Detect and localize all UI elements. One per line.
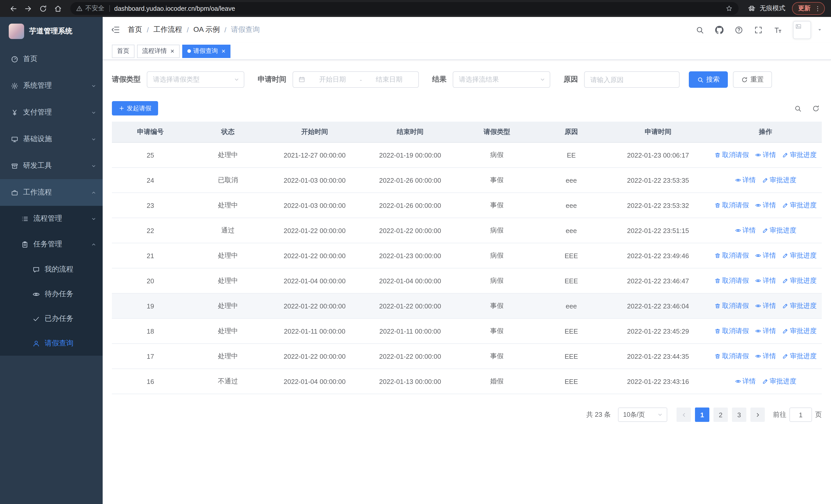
prev-page-button[interactable] <box>677 408 691 422</box>
sidebar-item-my-process[interactable]: 我的流程 <box>0 257 103 282</box>
sidebar-item-dev-tools[interactable]: 研发工具 <box>0 152 103 179</box>
detail-action-link[interactable]: 详情 <box>735 176 756 185</box>
detail-action-link[interactable]: 详情 <box>755 150 776 159</box>
tab-home[interactable]: 首页 <box>112 45 135 58</box>
refresh-table-icon[interactable] <box>812 105 820 112</box>
browser-forward-button[interactable] <box>21 2 35 16</box>
progress-action-link[interactable]: 审批进度 <box>782 251 816 260</box>
font-size-icon[interactable] <box>774 25 782 34</box>
table-row[interactable]: 24已取消2022-01-03 00:00:002022-01-26 00:00… <box>112 168 822 193</box>
menu-dots-icon[interactable] <box>814 5 821 12</box>
tab-process-detail[interactable]: 流程详情× <box>137 45 179 58</box>
page-button-1[interactable]: 1 <box>695 408 709 422</box>
page-button-2[interactable]: 2 <box>713 408 728 422</box>
tab-leave-query[interactable]: 请假查询× <box>182 45 230 58</box>
cancel-action-link[interactable]: 取消请假 <box>715 352 749 361</box>
sidebar-item-infrastructure[interactable]: 基础设施 <box>0 126 103 152</box>
apply-time-range-input[interactable]: 开始日期 - 结束日期 <box>292 71 419 88</box>
toggle-search-icon[interactable] <box>794 105 802 112</box>
sidebar-item-todo-tasks[interactable]: 待办任务 <box>0 282 103 306</box>
address-bar[interactable]: 不安全 dashboard.yudao.iocoder.cn/bpm/oa/le… <box>70 2 739 15</box>
sidebar-item-payment[interactable]: 支付管理 <box>0 99 103 126</box>
browser-reload-button[interactable] <box>36 2 50 16</box>
detail-action-link[interactable]: 详情 <box>755 201 776 210</box>
next-page-button[interactable] <box>750 408 765 422</box>
sidebar-item-workflow[interactable]: 工作流程 <box>0 179 103 206</box>
github-icon[interactable] <box>715 25 724 34</box>
detail-action-link[interactable]: 详情 <box>755 326 776 336</box>
cancel-action-link[interactable]: 取消请假 <box>715 276 749 285</box>
table-row[interactable]: 21处理中2022-01-22 00:00:002022-01-23 00:00… <box>112 243 822 268</box>
table-row[interactable]: 23处理中2022-01-03 00:00:002022-01-26 00:00… <box>112 193 822 218</box>
browser-home-button[interactable] <box>51 2 65 16</box>
breadcrumb-item[interactable]: 首页 <box>128 25 142 34</box>
leave-type-select[interactable]: 请选择请假类型 <box>147 71 244 88</box>
goto-page-input[interactable] <box>790 408 812 422</box>
cell-type: 事假 <box>458 168 536 193</box>
cancel-action-link[interactable]: 取消请假 <box>715 301 749 310</box>
progress-action-link[interactable]: 审批进度 <box>762 226 796 235</box>
sidebar-item-home[interactable]: 首页 <box>0 46 103 72</box>
security-label[interactable]: 不安全 <box>85 4 105 13</box>
search-icon[interactable] <box>695 25 704 34</box>
detail-action-link[interactable]: 详情 <box>735 226 756 235</box>
close-icon[interactable]: × <box>170 48 174 54</box>
progress-action-link[interactable]: 审批进度 <box>782 352 816 361</box>
detail-action-link[interactable]: 详情 <box>755 301 776 310</box>
cancel-action-link[interactable]: 取消请假 <box>715 326 749 336</box>
progress-action-link[interactable]: 审批进度 <box>762 377 796 386</box>
detail-action-link[interactable]: 详情 <box>755 352 776 361</box>
result-select[interactable]: 请选择流结果 <box>453 71 550 88</box>
progress-action-link[interactable]: 审批进度 <box>782 301 816 310</box>
breadcrumb-item[interactable]: 工作流程 <box>153 25 182 34</box>
table-row[interactable]: 22通过2022-01-22 00:00:002022-01-22 00:00:… <box>112 218 822 243</box>
cancel-action-link[interactable]: 取消请假 <box>715 150 749 159</box>
bookmark-star-icon[interactable] <box>725 5 733 12</box>
cancel-action-link[interactable]: 取消请假 <box>715 201 749 210</box>
search-button[interactable]: 搜索 <box>689 71 728 88</box>
page-button-3[interactable]: 3 <box>732 408 746 422</box>
edit-icon <box>762 177 768 183</box>
progress-action-link[interactable]: 审批进度 <box>782 326 816 336</box>
cell-reason: EEE <box>536 319 607 344</box>
chevron-down-icon[interactable] <box>816 27 823 33</box>
reason-input[interactable] <box>584 71 680 88</box>
sidebar-item-process-mgmt[interactable]: 流程管理 <box>0 206 103 232</box>
table-row[interactable]: 16不通过2022-01-04 00:00:002022-01-13 00:00… <box>112 369 822 394</box>
progress-action-link[interactable]: 审批进度 <box>782 150 816 159</box>
progress-action-link[interactable]: 审批进度 <box>762 176 796 185</box>
table-row[interactable]: 20处理中2022-01-04 00:00:002022-01-04 00:00… <box>112 268 822 293</box>
cell-end: 2022-01-13 00:00:00 <box>362 369 458 394</box>
avatar[interactable] <box>793 21 811 39</box>
close-icon[interactable]: × <box>222 48 225 54</box>
column-header: 开始时间 <box>267 122 362 142</box>
reset-button[interactable]: 重置 <box>733 71 772 88</box>
tab-label: 首页 <box>117 47 130 55</box>
progress-action-link[interactable]: 审批进度 <box>782 276 816 285</box>
sidebar-item-leave-query[interactable]: 请假查询 <box>0 331 103 356</box>
create-leave-button[interactable]: 发起请假 <box>112 101 158 116</box>
progress-action-link[interactable]: 审批进度 <box>782 201 816 210</box>
collapse-sidebar-icon[interactable] <box>111 25 120 34</box>
detail-action-link[interactable]: 详情 <box>735 377 756 386</box>
table-row[interactable]: 25处理中2021-12-27 00:00:002022-01-19 00:00… <box>112 142 822 168</box>
sidebar-item-task-mgmt[interactable]: 任务管理 <box>0 232 103 257</box>
update-button[interactable]: 更新 <box>792 2 825 15</box>
detail-action-link[interactable]: 详情 <box>755 251 776 260</box>
page-size-select[interactable]: 10条/页 <box>618 408 667 422</box>
cell-reason: EEE <box>536 344 607 369</box>
apply-time-label: 申请时间 <box>258 75 286 84</box>
help-icon[interactable] <box>735 25 743 34</box>
table-row[interactable]: 18处理中2022-01-11 00:00:002022-01-11 00:00… <box>112 319 822 344</box>
fullscreen-icon[interactable] <box>754 25 763 34</box>
breadcrumb-item[interactable]: OA 示例 <box>194 25 220 34</box>
sidebar-item-system[interactable]: 系统管理 <box>0 72 103 99</box>
cancel-action-link[interactable]: 取消请假 <box>715 251 749 260</box>
sidebar-item-done-tasks[interactable]: 已办任务 <box>0 306 103 331</box>
page-size-value: 10条/页 <box>623 410 645 419</box>
browser-back-button[interactable] <box>6 2 20 16</box>
detail-action-link[interactable]: 详情 <box>755 276 776 285</box>
table-row[interactable]: 19处理中2022-01-22 00:00:002022-01-22 00:00… <box>112 293 822 319</box>
app-logo[interactable]: 芋道管理系统 <box>0 17 103 46</box>
table-row[interactable]: 17处理中2022-01-22 00:00:002022-01-22 00:00… <box>112 344 822 369</box>
